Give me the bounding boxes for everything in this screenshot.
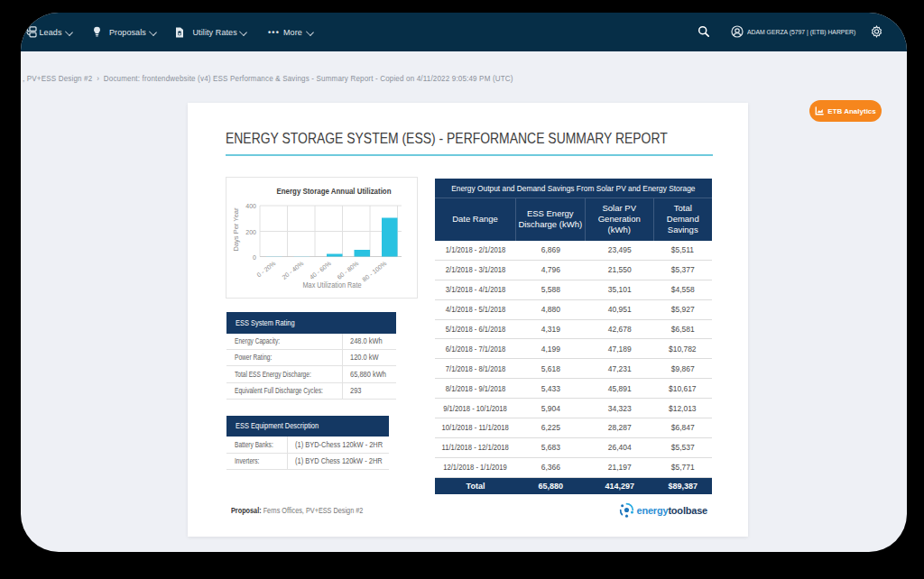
svg-text:80 - 100%: 80 - 100% xyxy=(361,260,387,282)
svg-text:0: 0 xyxy=(253,253,256,260)
svg-text:200: 200 xyxy=(245,228,256,234)
svg-text:40 - 60%: 40 - 60% xyxy=(308,260,331,280)
svg-text:60 - 80%: 60 - 80% xyxy=(336,260,359,280)
svg-text:Max Utilization Rate: Max Utilization Rate xyxy=(302,280,361,290)
svg-text:400: 400 xyxy=(245,203,256,209)
svg-text:Energy Storage Annual Utilizat: Energy Storage Annual Utilization xyxy=(276,187,391,196)
svg-text:20 - 40%: 20 - 40% xyxy=(281,260,304,280)
svg-text:Days Per Year: Days Per Year xyxy=(232,207,240,251)
svg-text:0 - 20%: 0 - 20% xyxy=(255,260,276,278)
